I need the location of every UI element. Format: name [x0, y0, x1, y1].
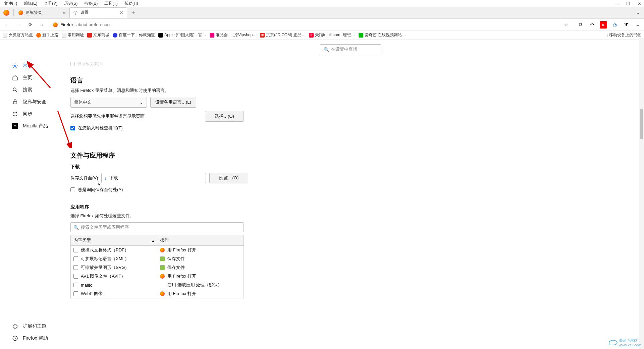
settings-sidebar: 常规 主页 搜索 隐私与安全 同步 m Mozilla 产品 扩展和主题 [0, 40, 67, 349]
folder-icon [3, 33, 7, 38]
sidebar-label: Firefox 帮助 [23, 335, 48, 341]
extensions-icon[interactable]: ⧩ [623, 21, 630, 28]
table-row[interactable]: WebP 图像用 Firefox 打开 [71, 289, 244, 298]
bookmark-mobile[interactable]: ▯移动设备上的书签 [605, 32, 641, 38]
always-ask-label: 总是询问保存至何处(A) [78, 187, 123, 193]
browse-button[interactable]: 浏览…(O) [209, 173, 248, 183]
close-window-button[interactable]: ✕ [638, 1, 641, 6]
sidebar-item-mozilla[interactable]: m Mozilla 产品 [0, 120, 67, 132]
language-desc: 选择 Firefox 显示菜单、消息和通知时使用的语言。 [70, 88, 252, 94]
tab-newtab[interactable]: 新标签页 ✕ [15, 7, 69, 18]
new-tab-button[interactable]: + [129, 9, 137, 17]
watermark-brand: 极光下载站 [619, 338, 641, 343]
sidebar-item-help[interactable]: ? Firefox 帮助 [0, 332, 67, 344]
save-icon [160, 256, 165, 261]
puzzle-icon [12, 323, 18, 329]
menu-bookmarks[interactable]: 书签(B) [82, 0, 100, 7]
undo-icon[interactable]: ↶ [588, 21, 596, 28]
table-row[interactable]: 可扩展标记语言（XML）保存文件 [71, 254, 244, 263]
firefox-icon [53, 22, 58, 27]
table-row[interactable]: 便携式文档格式（PDF）用 Firefox 打开 [71, 246, 244, 254]
spellcheck-checkbox[interactable] [70, 126, 75, 130]
table-row[interactable]: mailto使用 选取应用 处理（默认） [71, 281, 244, 289]
reload-button[interactable]: ⟳ [25, 20, 35, 30]
jd-icon [87, 33, 92, 38]
menu-edit[interactable]: 编辑(E) [22, 0, 39, 7]
bookmark-item[interactable]: 新手上路 [36, 32, 58, 38]
sidebar-item-extensions[interactable]: 扩展和主题 [0, 320, 67, 332]
choose-language-button[interactable]: 选择…(O) [205, 111, 244, 122]
home-button[interactable]: ⌂ [37, 20, 46, 30]
sidebar-label: Mozilla 产品 [23, 123, 48, 129]
bookmark-item[interactable]: 京东商城 [87, 32, 109, 38]
maximize-button[interactable]: ❐ [626, 1, 630, 6]
col-action[interactable]: 操作 [157, 235, 244, 245]
language-value: 简体中文 [74, 99, 92, 105]
mozilla-icon: m [12, 123, 18, 129]
sidebar-label: 常规 [23, 63, 32, 69]
spellcheck-label: 在您输入时检查拼写(T) [78, 125, 123, 131]
bookmark-item[interactable]: 爱奇艺-在线视频网站… [359, 32, 406, 38]
nav-bar: ← → ⟳ ⌂ Firefox about:preferences ☆ ⧉ ↶ … [0, 19, 644, 31]
forward-button[interactable]: → [14, 20, 23, 30]
mobile-icon: ▯ [605, 33, 608, 38]
always-ask-checkbox[interactable] [70, 187, 75, 192]
col-content-type[interactable]: 内容类型▴ [71, 235, 157, 245]
scrollbar-thumb[interactable] [640, 109, 643, 139]
set-alternative-language-button[interactable]: 设置备用语言…(L) [150, 97, 196, 108]
back-button[interactable]: ← [3, 20, 12, 30]
sync-icon [12, 111, 18, 117]
applications-table: 内容类型▴ 操作 便携式文档格式（PDF）用 Firefox 打开可扩展标记语言… [70, 235, 244, 298]
bookmark-item[interactable]: 常用网址 [62, 32, 84, 38]
settings-main: 🔍 在设置中查找 仅缩放文本(T) 语言 选择 Firefox 显示菜单、消息和… [67, 40, 644, 349]
close-tab-icon[interactable]: ✕ [62, 10, 66, 15]
sidebar-item-sync[interactable]: 同步 [0, 108, 67, 120]
filetype-icon [73, 248, 78, 252]
language-select[interactable]: 简体中文 ⌄ [70, 97, 147, 108]
youtube-icon[interactable]: ▶ [600, 21, 607, 28]
sort-up-icon: ▴ [152, 238, 154, 243]
menu-view[interactable]: 查看(V) [42, 0, 59, 7]
bookmark-item[interactable]: 百度一下，你就知道 [113, 32, 155, 38]
minimize-button[interactable]: — [614, 1, 619, 6]
bookmark-item[interactable]: 火狐官方站点 [3, 32, 33, 38]
tab-settings[interactable]: 设置 ✕ [69, 7, 127, 18]
content-type: 便携式文档格式（PDF） [81, 247, 129, 253]
tabs-dropdown-icon[interactable]: ⌄ [636, 10, 640, 15]
screenshot-icon[interactable]: ⧉ [577, 21, 584, 28]
tab-bar: 新标签页 ✕ 设置 ✕ + ⌄ [0, 7, 644, 19]
zoom-text-only-checkbox[interactable] [70, 62, 75, 66]
sidebar-item-privacy[interactable]: 隐私与安全 [0, 96, 67, 108]
spellcheck-checkbox-row[interactable]: 在您输入时检查拼写(T) [70, 125, 252, 131]
table-row[interactable]: 可缩放矢量图形（SVG）保存文件 [71, 263, 244, 272]
svg-text:?: ? [14, 337, 16, 340]
sidebar-item-general[interactable]: 常规 [0, 60, 67, 72]
menu-history[interactable]: 历史(S) [62, 0, 79, 7]
app-menu-icon[interactable]: ≡ [634, 21, 641, 28]
bookmark-item[interactable]: 唯品会- （原Vipshop… [210, 32, 257, 38]
firefox-icon [160, 274, 165, 279]
always-ask-checkbox-row[interactable]: 总是询问保存至何处(A) [70, 187, 252, 193]
applications-desc: 选择 Firefox 如何处理这些文件。 [70, 213, 252, 219]
bookmark-item[interactable]: Apple (中国大陆) - 官… [158, 32, 206, 38]
bookmark-item[interactable]: JD京东(JD.COM)-正品… [260, 32, 306, 38]
vertical-scrollbar[interactable] [639, 38, 644, 349]
table-row[interactable]: AV1 图像文件（AVIF）用 Firefox 打开 [71, 272, 244, 281]
download-path-input[interactable]: ↓ 下载 [101, 173, 206, 183]
applications-search-input[interactable]: 🔍 搜索文件类型或应用程序 [70, 222, 244, 232]
download-path-value: 下载 [109, 175, 118, 181]
menu-help[interactable]: 帮助(H) [122, 0, 140, 7]
extension-icon[interactable]: ◔ [611, 21, 619, 28]
close-tab-icon[interactable]: ✕ [119, 10, 123, 15]
bookmark-star-icon[interactable]: ☆ [564, 22, 568, 27]
watermark-logo-icon [609, 340, 618, 345]
sidebar-item-home[interactable]: 主页 [0, 72, 67, 84]
menu-tools[interactable]: 工具(T) [102, 0, 119, 7]
menu-file[interactable]: 文件(F) [2, 0, 19, 7]
truncated-label: 仅缩放文本(T) [77, 61, 103, 67]
sidebar-item-search[interactable]: 搜索 [0, 84, 67, 96]
firefox-icon [160, 291, 165, 296]
bookmark-item[interactable]: 天天猫tmall.com--理想… [309, 32, 355, 38]
url-bar[interactable]: Firefox about:preferences ☆ [50, 20, 572, 30]
settings-search-input[interactable]: 🔍 在设置中查找 [320, 44, 381, 54]
